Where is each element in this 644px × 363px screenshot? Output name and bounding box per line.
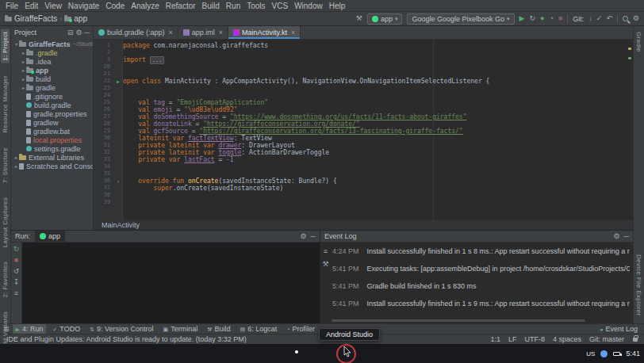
device-selector[interactable]: Google Google Pixelbook Go ▾ — [407, 13, 514, 25]
code-text: package com.naranjaconsal.giraffefacts — [123, 42, 268, 49]
menu-view[interactable]: View — [41, 2, 65, 10]
tool-window-tab-9-version-control[interactable]: ⇅9: Version Control — [86, 324, 156, 334]
tree-item-gitignore[interactable]: .gitignore — [11, 92, 93, 101]
tree-item-gradle-properties[interactable]: gradle.properties — [11, 109, 93, 118]
tool-button-7-structure[interactable]: 7: Structure — [1, 145, 10, 185]
encoding-widget[interactable]: UTF-8 — [524, 335, 545, 343]
tree-item-build[interactable]: ▸build — [11, 75, 93, 83]
minimize-icon[interactable]: ─ — [624, 233, 629, 240]
menu-file[interactable]: File — [2, 2, 21, 10]
git-rollback-button[interactable]: ↶ — [606, 15, 612, 22]
breadcrumb-giraffefacts[interactable]: GiraffeFacts — [5, 14, 57, 23]
breadcrumb-app[interactable]: app — [64, 14, 87, 23]
run-button[interactable]: ▶ — [519, 15, 525, 22]
scroll-to-end-icon[interactable]: ↧ — [13, 279, 20, 286]
menu-tools[interactable]: Tools — [243, 2, 268, 10]
tree-item-local-properties[interactable]: local.properties — [11, 136, 93, 144]
profile-button[interactable]: ◔ — [549, 15, 553, 22]
tool-window-tab-event-log[interactable]: ● Event Log — [596, 324, 641, 334]
breadcrumb[interactable]: MainActivity — [102, 221, 140, 229]
tree-item-idea[interactable]: ▸.idea — [11, 57, 93, 66]
tool-button-2-favorites[interactable]: 2: Favorites — [1, 259, 10, 300]
menu-navigate[interactable]: Navigate — [65, 2, 102, 10]
tool-button-device-file-explorer[interactable]: Device File Explorer — [634, 252, 643, 319]
horizontal-scrollbar[interactable] — [332, 319, 585, 322]
menu-help[interactable]: Help — [326, 2, 349, 10]
close-tab-icon[interactable]: × — [219, 29, 223, 36]
filter-log-icon[interactable]: ≡ — [324, 248, 328, 255]
tree-item-label: GiraffeFacts — [29, 40, 71, 48]
hide-panel-icon[interactable]: ─ — [85, 29, 90, 36]
keyboard-layout-badge[interactable]: US — [586, 350, 595, 357]
editor-tab-app-iml[interactable]: app.iml× — [178, 26, 228, 39]
soft-wrap-icon[interactable]: ≡ — [14, 290, 18, 297]
tool-window-tab-todo[interactable]: ✓TODO — [49, 324, 83, 334]
tool-window-tab-profiler[interactable]: ◔Profiler — [283, 324, 318, 334]
close-tab-icon[interactable]: × — [169, 29, 173, 36]
system-tray[interactable]: US 5:41 — [586, 344, 640, 363]
menu-code[interactable]: Code — [102, 2, 128, 10]
menu-refactor[interactable]: Refactor — [163, 2, 199, 10]
tool-window-tab-terminal[interactable]: ▣Terminal — [160, 324, 201, 334]
tool-button-gradle[interactable]: Gradle — [634, 29, 643, 55]
readonly-lock-icon[interactable] — [633, 338, 638, 342]
menu-analyze[interactable]: Analyze — [128, 2, 163, 10]
tree-item-app[interactable]: ▸app — [11, 66, 93, 75]
gutter-space — [113, 163, 123, 170]
git-commit-button[interactable]: ✓ — [596, 15, 603, 22]
cursor-position-widget[interactable]: 1:1 — [490, 335, 500, 343]
tree-item-giraffefacts[interactable]: ▾GiraffeFacts~/Studi — [11, 40, 93, 48]
run-config-selector[interactable]: app ▾ — [367, 13, 403, 25]
menu-vcs[interactable]: VCS — [269, 2, 292, 10]
files-app[interactable] — [316, 347, 329, 361]
chrome-app[interactable] — [292, 347, 305, 361]
event-log-tool-window: Event Log ⚙─ ≡⚒ 4:24 PMInstall successfu… — [320, 231, 633, 323]
tool-window-tab-4-run[interactable]: ▶4: Run — [13, 324, 47, 334]
menu-edit[interactable]: Edit — [21, 2, 41, 10]
tool-button-resource-manager[interactable]: Resource Manager — [1, 73, 10, 136]
wrench-icon[interactable]: ⚒ — [322, 261, 328, 268]
close-tab-icon[interactable]: × — [291, 29, 295, 36]
menu-build[interactable]: Build — [199, 2, 223, 10]
stop-button[interactable]: ■ — [558, 15, 562, 22]
git-update-button[interactable]: ↓ — [588, 15, 592, 22]
tree-item-gradlew-bat[interactable]: gradlew.bat — [11, 127, 93, 136]
line-number: 20 — [94, 63, 113, 71]
tree-item-scratches-and-consoles[interactable]: ▸Scratches and Consoles — [11, 162, 93, 170]
minimize-icon[interactable]: ─ — [311, 233, 316, 240]
tree-item-gradlew[interactable]: gradlew — [11, 118, 93, 127]
tool-window-tab-6-logcat[interactable]: ▤6: Logcat — [237, 324, 281, 334]
tree-item-gradle[interactable]: ▸gradle — [11, 83, 93, 92]
settings-gear-icon[interactable]: ⚙ — [301, 233, 307, 240]
tool-window-tab-build[interactable]: ⚒Build — [204, 324, 233, 334]
build-hammer-icon[interactable]: ⚒ — [356, 15, 362, 22]
menu-run[interactable]: Run — [223, 2, 243, 10]
line-separator-widget[interactable]: LF — [508, 335, 517, 343]
run-console-output[interactable] — [22, 243, 320, 323]
editor-tab-build-gradle-app[interactable]: build.gradle (:app)× — [94, 26, 178, 39]
run-tab-app[interactable]: app — [35, 231, 65, 242]
run-panel-title: Run: — [15, 232, 30, 240]
git-branch-widget[interactable]: Git: master — [589, 335, 624, 343]
tree-item-settings-gradle[interactable]: settings.gradle — [11, 144, 93, 153]
settings-gear-icon[interactable]: ⚙ — [76, 29, 82, 36]
editor-tab-mainactivity-kt[interactable]: MainActivity.kt× — [228, 26, 301, 39]
search-everywhere-icon[interactable] — [623, 16, 628, 21]
event-log-entries[interactable]: 4:24 PMInstall successfully finished in … — [331, 243, 633, 323]
tree-item-build-gradle[interactable]: build.gradle — [11, 101, 93, 109]
tool-button-layout-captures[interactable]: Layout Captures — [1, 195, 10, 250]
menu-window[interactable]: Window — [291, 2, 326, 10]
indent-widget[interactable]: 4 spaces — [553, 335, 581, 343]
collapse-all-icon[interactable]: ⊟ — [67, 29, 74, 36]
code-editor[interactable]: 1package com.naranjaconsal.giraffefacts2… — [94, 40, 633, 220]
apply-changes-button[interactable]: ↻ — [529, 15, 535, 22]
debug-button[interactable]: ● — [540, 15, 544, 22]
stop-icon[interactable]: ■ — [14, 257, 18, 264]
tool-button-1-project[interactable]: 1: Project — [1, 29, 10, 63]
tree-item-gradle[interactable]: ▸.gradle — [11, 48, 93, 57]
rerun-icon[interactable]: ↻ — [13, 246, 20, 253]
tree-item-external-libraries[interactable]: ▸External Libraries — [11, 153, 93, 162]
settings-gear-icon[interactable]: ⚙ — [614, 233, 620, 240]
restart-activity-icon[interactable]: ↺ — [13, 268, 20, 275]
settings-gear-icon[interactable]: ⚙ — [633, 15, 639, 22]
